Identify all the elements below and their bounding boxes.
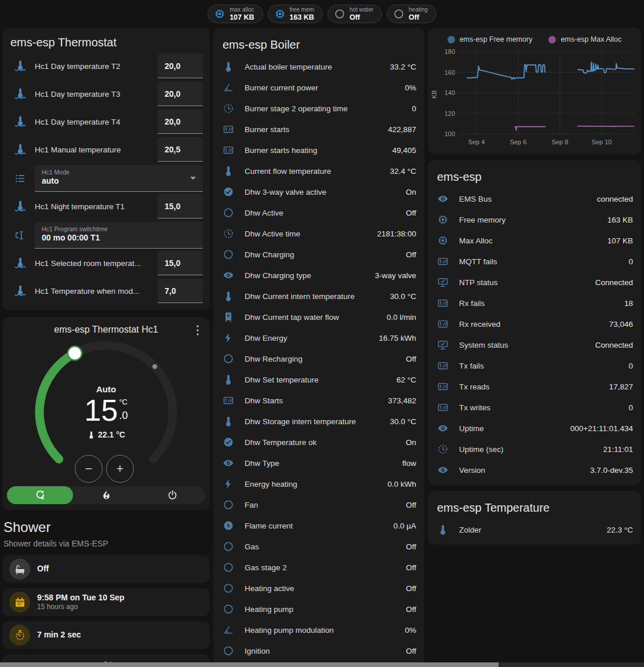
thermometer-icon [223,61,234,72]
entity-label: Hc1 Day temperature T4 [35,118,158,126]
number-input[interactable]: 15,0 [158,194,203,218]
entity-row[interactable]: Zolder 22.3 °C [436,519,633,540]
check-circle-icon [223,436,234,448]
status-badge[interactable]: free mem 163 KB [268,5,323,23]
field-input[interactable]: Hc1 Mode auto [35,165,203,192]
entity-row[interactable]: Hc1 Day temperature T4 20,0 Hc1 Day temp… [9,110,203,134]
number-input[interactable]: 20,0 [158,82,203,106]
entity-label: Dhw Energy [245,334,379,342]
tile-card[interactable]: 7 min 2 sec [2,621,210,649]
svg-text:Sep 10: Sep 10 [592,138,612,145]
entity-row[interactable]: Rx fails 18 [436,293,633,314]
entity-row[interactable]: Dhw Charging Off [221,244,416,265]
entity-row[interactable]: Gas Off [221,536,416,557]
scrollbar-thumb[interactable] [0,662,499,667]
legend-item[interactable]: ems-esp Free memory [447,35,533,43]
number-input[interactable]: 20,0 [158,54,203,78]
number-input[interactable]: 20,0 [158,110,203,134]
tile-card[interactable]: Off [2,555,210,583]
entity-label: MQTT fails [459,257,628,266]
entity-value: Connected [595,278,633,287]
entity-label: Rx fails [459,299,624,308]
tile-card[interactable]: 9:58 PM on Tue 10 Sep 15 hours ago [2,588,210,616]
entity-row[interactable]: Uptime 000+21:11:01.434 [436,418,633,439]
status-badge[interactable]: heating Off [387,5,436,23]
entity-row[interactable]: Dhw Storage intern temperature 30.0 °C [221,411,416,432]
entity-value: 21:11:01 [603,445,633,454]
entity-row[interactable]: Flame current 0.0 µA [221,515,416,536]
entity-row[interactable]: Dhw Type flow [221,453,416,473]
entity-row[interactable]: Tx writes 0 [436,397,633,418]
badge-value: Off [350,13,373,21]
entity-row[interactable]: Dhw Set temperature 62 °C [221,369,416,390]
number-input[interactable]: 7,0 [158,279,203,303]
entity-row[interactable]: Dhw Charging type 3-way valve [221,265,416,286]
entity-row[interactable]: Tx fails 0 [436,355,633,376]
entity-row[interactable]: Burner stage 2 operating time 0 [221,98,416,119]
entity-row[interactable]: Dhw 3-way valve active On [221,181,416,202]
entity-row[interactable]: Burner current power 0% [221,77,416,98]
entity-row[interactable]: Tx reads 17,827 [436,376,633,397]
entity-row[interactable]: Dhw Recharging Off [221,348,416,369]
counter-icon [223,395,234,406]
entity-row[interactable]: Hc1 Night temperature T1 15,0 Hc1 Night … [9,194,203,218]
legend-item[interactable]: ems-esp Max Alloc [548,35,621,43]
entity-row[interactable]: Dhw Current tap water flow 0.0 l/min [221,307,416,327]
entity-value: 0 [412,104,416,113]
entity-value: 0% [405,626,416,635]
increase-temp-button[interactable]: + [106,455,134,483]
entity-row[interactable]: System status Connected [436,334,633,355]
entity-row[interactable]: Ignition Off [221,640,416,661]
entity-row[interactable]: Gas stage 2 Off [221,557,416,578]
entity-row[interactable]: Dhw Temperature ok On [221,432,416,453]
field-input[interactable]: Hc1 Program switchtime 00 mo 00:00 T1 [35,222,203,249]
entity-row[interactable]: MQTT fails 0 [436,251,633,272]
entity-row[interactable]: Current flow temperature 32.4 °C [221,161,416,181]
entity-row[interactable]: Heating active Off [221,578,416,599]
dial-handle[interactable] [68,347,82,360]
entity-label: Uptime [459,424,570,433]
entity-value: 000+21:11:01.434 [570,424,633,433]
entity-row[interactable]: NTP status Connected [436,272,633,293]
thermostat-dial-card: ems-esp Thermostat Hc1 Auto 15 °C .0 [2,317,210,510]
entity-row[interactable]: Heating pump modulation 0% [221,619,416,640]
entity-row[interactable]: Burner starts 422,887 [221,119,416,140]
number-input[interactable]: 15,0 [158,251,203,275]
entity-row[interactable]: Version 3.7.0-dev.35 [436,460,633,480]
entity-row[interactable]: Hc1 Manual temperature 20,5 Hc1 Manual t… [9,137,203,162]
entity-row[interactable]: Rx received 73,046 [436,314,633,334]
status-badge[interactable]: max alloc 107 KB [208,5,263,23]
entity-row[interactable]: Heating pump Off [221,599,416,619]
decrease-temp-button[interactable]: − [75,455,103,483]
circle-icon [223,541,234,552]
entity-label: Ignition [245,647,406,655]
hvac-mode-button[interactable] [7,486,73,504]
hvac-mode-button[interactable] [139,486,205,504]
entity-row[interactable]: Fan Off [221,494,416,515]
entity-row[interactable]: Hc1 Day temperature T2 20,0 Hc1 Day temp… [9,54,203,78]
entity-row[interactable]: Max Alloc 107 KB [436,230,633,251]
number-input[interactable]: 20,5 [158,137,203,162]
status-badge[interactable]: hot water Off [328,5,382,23]
entity-row[interactable]: Actual boiler temperature 33.2 °C [221,56,416,77]
entity-row[interactable]: Energy heating 0.0 kWh [221,473,416,494]
entity-value: 0.0 l/min [387,313,416,322]
entity-row[interactable]: Dhw Starts 373,482 [221,390,416,411]
entity-row[interactable]: Dhw Active Off [221,202,416,223]
section-title: Shower [3,519,209,535]
entity-row[interactable]: Hc1 Temperature when mod... 7,0 Hc1 Temp… [9,279,203,303]
entity-label: System status [459,341,595,349]
entity-row[interactable]: Hc1 Program switchtime 00 mo 00:00 T1 Hc… [9,222,203,249]
entity-row[interactable]: EMS Bus connected [436,188,633,209]
entity-row[interactable]: Dhw Current intern temperature 30.0 °C [221,286,416,307]
hvac-mode-button[interactable] [73,486,139,504]
entity-row[interactable]: Burner starts heating 49,405 [221,140,416,161]
entity-row[interactable]: Free memory 163 KB [436,209,633,230]
entity-row[interactable]: Hc1 Selected room temperat... 15,0 Hc1 S… [9,251,203,275]
entity-row[interactable]: Hc1 Mode auto Hc1 Mode auto [9,165,203,192]
entity-value: 0 [628,403,633,412]
entity-row[interactable]: Dhw Active time 2181:38:00 [221,223,416,244]
entity-row[interactable]: Dhw Energy 16.75 kWh [221,327,416,348]
entity-row[interactable]: Hc1 Day temperature T3 20,0 Hc1 Day temp… [9,82,203,106]
entity-row[interactable]: Uptime (sec) 21:11:01 [436,439,633,460]
